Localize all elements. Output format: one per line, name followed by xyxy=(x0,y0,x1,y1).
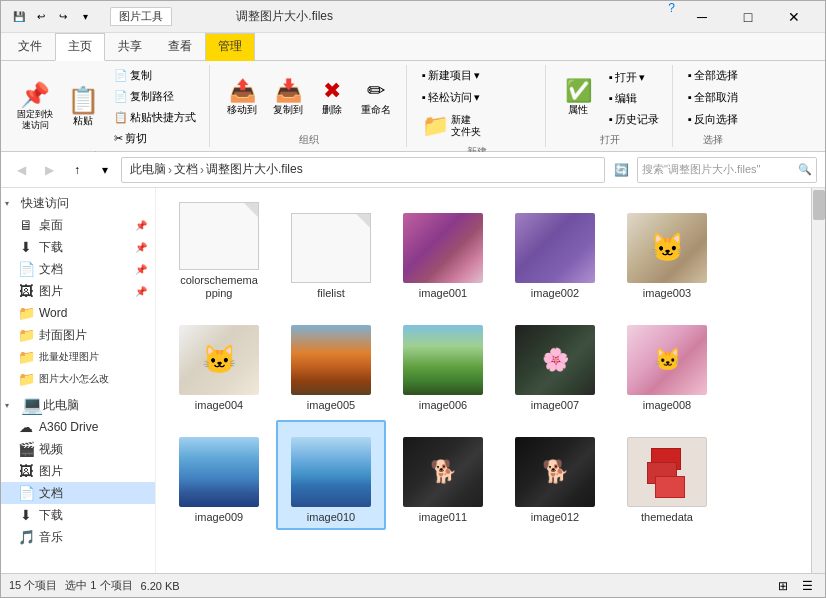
minimize-btn[interactable]: ─ xyxy=(679,1,725,33)
thispc-label: 此电脑 xyxy=(43,397,147,414)
file-item-image002[interactable]: image002 xyxy=(500,196,610,306)
edit-btn[interactable]: ▪ 编辑 xyxy=(604,88,664,108)
open-btn[interactable]: ▪ 打开 ▾ xyxy=(604,67,664,87)
properties-btn[interactable]: ✅ 属性 xyxy=(556,67,600,129)
copy-to-btn[interactable]: 📥 复制到 xyxy=(266,67,310,129)
sidebar-item-video[interactable]: 🎬 视频 xyxy=(1,438,155,460)
sidebar-item-pictures[interactable]: 🖼 图片 xyxy=(1,460,155,482)
move-to-icon: 📤 xyxy=(229,80,256,102)
batch-folder-icon: 📁 xyxy=(17,349,35,365)
edit-label: 编辑 xyxy=(615,91,637,106)
tool-tab-badge[interactable]: 图片工具 xyxy=(110,7,172,26)
tab-share[interactable]: 共享 xyxy=(105,33,155,60)
file-item-image010[interactable]: image010 xyxy=(276,420,386,530)
copy-icon: 📄 xyxy=(114,69,128,82)
copy-btn[interactable]: 📄 复制 xyxy=(109,65,201,85)
sidebar-item-documents[interactable]: 📄 文档 xyxy=(1,482,155,504)
file-item-image011[interactable]: 🐕 image011 xyxy=(388,420,498,530)
resize-folder-icon: 📁 xyxy=(17,371,35,387)
sidebar-item-desktop[interactable]: 🖥 桌面 📌 xyxy=(1,214,155,236)
thispc-icon: 💻 xyxy=(21,394,39,416)
forward-btn[interactable]: ▶ xyxy=(37,158,61,182)
tab-view[interactable]: 查看 xyxy=(155,33,205,60)
sidebar-item-a360[interactable]: ☁ A360 Drive xyxy=(1,416,155,438)
sidebar-item-pictures-qa[interactable]: 🖼 图片 📌 xyxy=(1,280,155,302)
paste-btn[interactable]: 📋 粘贴 xyxy=(61,76,105,138)
file-name-image001: image001 xyxy=(419,287,467,300)
history-btn[interactable]: ▪ 历史记录 xyxy=(604,109,664,129)
maximize-btn[interactable]: □ xyxy=(725,1,771,33)
file-item-filelist[interactable]: filelist xyxy=(276,196,386,306)
copy-to-label: 复制到 xyxy=(273,104,303,116)
move-to-btn[interactable]: 📤 移动到 xyxy=(220,67,264,129)
scrollbar[interactable] xyxy=(811,188,825,573)
file-name-themedata: themedata xyxy=(641,511,693,524)
back-btn[interactable]: ◀ xyxy=(9,158,33,182)
file-item-image012[interactable]: 🐕 image012 xyxy=(500,420,610,530)
copy-path-label: 复制路径 xyxy=(130,89,174,104)
search-bar[interactable]: 搜索"调整图片大小.files" 🔍 xyxy=(637,157,817,183)
ribbon-content: 📌 固定到快速访问 📋 粘贴 📄 复制 xyxy=(1,61,825,151)
tab-manage[interactable]: 管理 xyxy=(205,33,255,61)
pin-to-quick-access-btn[interactable]: 📌 固定到快速访问 xyxy=(13,76,57,138)
copy-path-btn[interactable]: 📄 复制路径 xyxy=(109,86,201,106)
file-thumb-colorschemamapping xyxy=(179,202,259,270)
sidebar-thispc-header[interactable]: ▾ 💻 此电脑 xyxy=(1,394,155,416)
cover-folder-icon: 📁 xyxy=(17,327,35,343)
sidebar-item-word[interactable]: 📁 Word xyxy=(1,302,155,324)
delete-btn[interactable]: ✖ 删除 xyxy=(312,67,352,129)
rename-btn[interactable]: ✏ 重命名 xyxy=(354,67,398,129)
file-item-image004[interactable]: 🐱 image004 xyxy=(164,308,274,418)
cut-btn[interactable]: ✂ 剪切 xyxy=(109,128,201,148)
file-item-themedata[interactable]: themedata xyxy=(612,420,722,530)
sidebar-quick-access-header[interactable]: ▾ 快速访问 xyxy=(1,192,155,214)
clipboard-col: 📄 复制 📄 复制路径 📋 粘贴快捷方式 ✂ xyxy=(109,65,201,148)
tab-home[interactable]: 主页 xyxy=(55,33,105,61)
easy-access-btn[interactable]: ▪ 轻松访问 ▾ xyxy=(417,87,537,107)
address-bar[interactable]: 此电脑 › 文档 › 调整图片大小.files xyxy=(121,157,605,183)
sidebar-item-cover[interactable]: 📁 封面图片 xyxy=(1,324,155,346)
file-item-image005[interactable]: image005 xyxy=(276,308,386,418)
qat-redo-btn[interactable]: ↪ xyxy=(53,7,73,27)
easy-access-dropdown: ▾ xyxy=(474,91,480,104)
move-to-label: 移动到 xyxy=(227,104,257,116)
invert-selection-btn[interactable]: ▪ 反向选择 xyxy=(683,109,743,129)
new-item-btn[interactable]: ▪ 新建项目 ▾ xyxy=(417,65,537,85)
sidebar-item-downloads[interactable]: ⬇ 下载 📌 xyxy=(1,236,155,258)
file-item-image007[interactable]: 🌸 image007 xyxy=(500,308,610,418)
qat-dropdown-btn[interactable]: ▾ xyxy=(75,7,95,27)
file-name-image002: image002 xyxy=(531,287,579,300)
qat-undo-btn[interactable]: ↩ xyxy=(31,7,51,27)
address-docs[interactable]: 文档 xyxy=(174,161,198,178)
file-item-image008[interactable]: 🐱 image008 xyxy=(612,308,722,418)
tab-file[interactable]: 文件 xyxy=(5,33,55,60)
view-list-btn[interactable]: ☰ xyxy=(797,576,817,596)
file-item-image009[interactable]: image009 xyxy=(164,420,274,530)
file-thumb-image001 xyxy=(403,213,483,283)
sidebar-item-downloads2[interactable]: ⬇ 下载 xyxy=(1,504,155,526)
address-folder[interactable]: 调整图片大小.files xyxy=(206,161,303,178)
select-all-btn[interactable]: ▪ 全部选择 xyxy=(683,65,743,85)
address-pc[interactable]: 此电脑 xyxy=(130,161,166,178)
recent-btn[interactable]: ▾ xyxy=(93,158,117,182)
file-item-colorschemamapping[interactable]: colorschememapping xyxy=(164,196,274,306)
sidebar-item-resize[interactable]: 📁 图片大小怎么改 xyxy=(1,368,155,390)
file-item-image001[interactable]: image001 xyxy=(388,196,498,306)
refresh-btn[interactable]: 🔄 xyxy=(609,158,633,182)
history-label: 历史记录 xyxy=(615,112,659,127)
up-btn[interactable]: ↑ xyxy=(65,158,89,182)
sidebar-item-batch[interactable]: 📁 批量处理图片 xyxy=(1,346,155,368)
new-folder-btn[interactable]: 📁 新建文件夹 xyxy=(417,109,473,143)
sidebar-item-music[interactable]: 🎵 音乐 xyxy=(1,526,155,548)
cut-label: 剪切 xyxy=(125,131,147,146)
sidebar-item-documents-qa[interactable]: 📄 文档 📌 xyxy=(1,258,155,280)
qat-save-btn[interactable]: 💾 xyxy=(9,7,29,27)
paste-shortcut-btn[interactable]: 📋 粘贴快捷方式 xyxy=(109,107,201,127)
file-item-image003[interactable]: 🐱 image003 xyxy=(612,196,722,306)
file-item-image006[interactable]: image006 xyxy=(388,308,498,418)
new-item-icon: ▪ xyxy=(422,69,426,81)
view-large-icons-btn[interactable]: ⊞ xyxy=(773,576,793,596)
close-btn[interactable]: ✕ xyxy=(771,1,817,33)
select-none-btn[interactable]: ▪ 全部取消 xyxy=(683,87,743,107)
copy-path-icon: 📄 xyxy=(114,90,128,103)
